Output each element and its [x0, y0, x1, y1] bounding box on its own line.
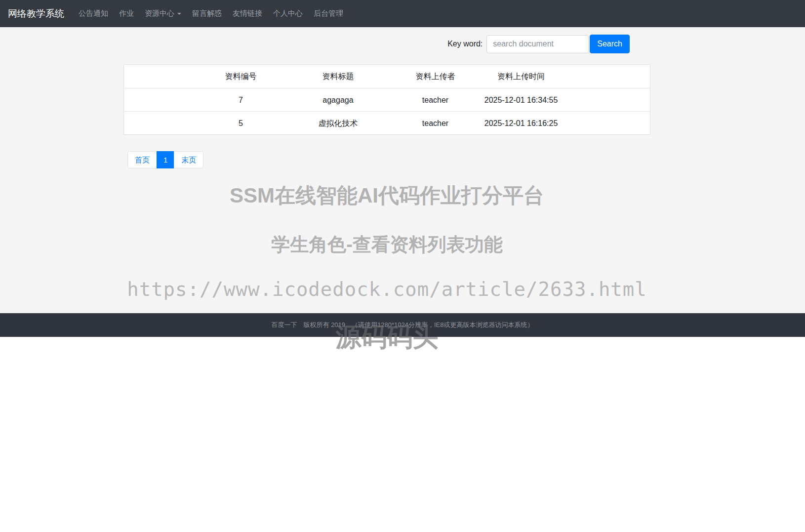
cell-doc-id: 7: [239, 88, 243, 112]
content-background: [0, 0, 805, 313]
column-header-doc-id: 资料编号: [225, 65, 256, 88]
table-header-row: 资料编号 资料标题 资料上传者 资料上传时间: [124, 65, 650, 88]
column-header-uploader: 资料上传者: [415, 65, 455, 88]
nav-item-message-board[interactable]: 留言解惑: [187, 9, 227, 18]
document-table: 资料编号 资料标题 资料上传者 资料上传时间 7 agagaga teacher…: [123, 64, 650, 135]
cell-upload-time: 2025-12-01 16:34:55: [484, 88, 558, 112]
pagination: 首页 1 末页: [127, 151, 203, 168]
pagination-current-page[interactable]: 1: [157, 151, 174, 168]
search-label: Key word:: [447, 40, 483, 48]
top-navbar: 网络教学系统 公告通知 作业 资源中心 留言解惑 友情链接 个人中心 后台管理: [0, 0, 805, 27]
nav-item-friend-links[interactable]: 友情链接: [227, 9, 268, 18]
column-header-doc-title: 资料标题: [322, 65, 354, 88]
nav-item-homework[interactable]: 作业: [114, 9, 139, 18]
table-row: 7 agagaga teacher 2025-12-01 16:34:55: [124, 88, 650, 111]
page-footer: 百度一下 版权所有 2019 （请使用1280*1024分辨率，IE8或更高版本…: [0, 313, 805, 337]
pagination-last-page[interactable]: 末页: [174, 151, 203, 168]
page: 网络教学系统 公告通知 作业 资源中心 留言解惑 友情链接 个人中心 后台管理 …: [0, 0, 805, 532]
nav-item-announcements[interactable]: 公告通知: [73, 9, 114, 18]
cell-doc-title: 虚拟化技术: [318, 112, 358, 135]
nav-item-admin[interactable]: 后台管理: [308, 9, 349, 18]
nav-item-resource-center-label: 资源中心: [145, 9, 174, 18]
nav-item-personal-center[interactable]: 个人中心: [268, 9, 308, 18]
cell-uploader: teacher: [422, 88, 448, 112]
cell-doc-title: agagaga: [322, 88, 353, 112]
nav-item-resource-center[interactable]: 资源中心: [139, 9, 187, 18]
search-input[interactable]: [486, 35, 589, 53]
cell-uploader: teacher: [422, 112, 448, 135]
search-bar: Key word: Search: [447, 35, 630, 53]
chevron-down-icon: [177, 13, 181, 15]
column-header-upload-time: 资料上传时间: [497, 65, 545, 88]
table-row: 5 虚拟化技术 teacher 2025-12-01 16:16:25: [124, 111, 650, 134]
pagination-first-page[interactable]: 首页: [127, 151, 157, 168]
navbar-brand[interactable]: 网络教学系统: [8, 7, 64, 20]
cell-upload-time: 2025-12-01 16:16:25: [484, 112, 558, 135]
cell-doc-id: 5: [239, 112, 243, 135]
search-button[interactable]: Search: [590, 35, 630, 53]
footer-copyright-text: 百度一下 版权所有 2019 （请使用1280*1024分辨率，IE8或更高版本…: [272, 321, 534, 329]
